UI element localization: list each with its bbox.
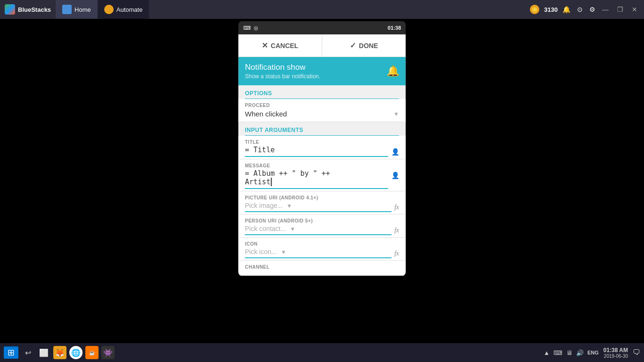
monitor-tray-icon: 🖥	[566, 349, 572, 356]
picture-fx-icon[interactable]: fx	[394, 204, 399, 211]
notification-taskbar-icon[interactable]: 🗨	[633, 348, 640, 357]
home-icon	[62, 5, 72, 14]
phone-frame: ⌨ ◎ 01:38 ✕ CANCEL ✓ DONE Notifi	[239, 21, 406, 276]
taskbar-firefox-icon[interactable]: 🦊	[53, 346, 66, 359]
person-field[interactable]: PERSON URI (ANDROID 5+) Pick contact... …	[239, 214, 406, 238]
title-person-icon: 👤	[391, 148, 399, 156]
picture-label: PICTURE URI (ANDROID 4.1+)	[245, 195, 392, 200]
person-value: Pick contact... ▼	[245, 224, 392, 235]
picture-input-area: PICTURE URI (ANDROID 4.1+) Pick image...…	[245, 195, 392, 212]
taskbar-chrome-icon[interactable]: 🌐	[69, 346, 83, 359]
icon-input-area: ICON Pick icon... ▼	[245, 241, 392, 258]
person-placeholder: Pick contact...	[245, 225, 286, 232]
icon-fx-icon[interactable]: fx	[394, 250, 399, 257]
message-row: MESSAGE = Album ++ " by " ++ Artist 👤	[245, 163, 399, 189]
dialog-header-text: Notification show Show a status bar noti…	[245, 63, 321, 80]
bluestacks-icon	[5, 4, 15, 15]
clock-date: 2019-06-30	[603, 354, 628, 359]
person-label: PERSON URI (ANDROID 5+)	[245, 218, 392, 223]
volume-icon[interactable]: 🔊	[576, 349, 584, 356]
titlebar-system-icons: 🔔 ⊙ ⚙	[562, 6, 595, 13]
bell-icon[interactable]: 🔔	[562, 6, 570, 13]
message-value[interactable]: = Album ++ " by " ++ Artist	[245, 169, 388, 189]
cancel-x-icon: ✕	[262, 41, 268, 50]
picture-row: PICTURE URI (ANDROID 4.1+) Pick image...…	[245, 195, 399, 212]
circle-status-icon: ◎	[254, 25, 258, 31]
channel-field: CHANNEL	[239, 261, 406, 276]
dialog-subtitle: Show a status bar notification.	[245, 73, 321, 80]
tab-home-label: Home	[74, 6, 91, 13]
minimize-button[interactable]: —	[600, 6, 611, 13]
proceed-value: When clicked ▼	[245, 110, 399, 118]
main-area: ⌨ ◎ 01:38 ✕ CANCEL ✓ DONE Notifi	[0, 19, 644, 343]
person-fx-icon[interactable]: fx	[394, 227, 399, 234]
start-button[interactable]: ⊞	[4, 346, 18, 359]
message-field[interactable]: MESSAGE = Album ++ " by " ++ Artist 👤	[239, 159, 406, 191]
icon-label: ICON	[245, 241, 392, 247]
status-left: ⌨ ◎	[243, 25, 258, 31]
taskbar-system-tray: ▲ ⌨ 🖥 🔊 ENG	[544, 349, 599, 356]
options-section-label: OPTIONS	[239, 85, 406, 99]
taskbar-back-icon[interactable]: ↩	[21, 346, 34, 359]
dialog-header: Notification show Show a status bar noti…	[239, 57, 406, 85]
title-value[interactable]: = Title	[245, 146, 388, 157]
message-line1: = Album ++ " by " ++	[245, 169, 330, 178]
tab-home[interactable]: Home	[56, 0, 98, 19]
keyboard-tray-icon: ⌨	[553, 349, 562, 356]
done-button[interactable]: ✓ DONE	[322, 34, 406, 57]
title-field[interactable]: TITLE = Title 👤	[239, 136, 406, 159]
keyboard-icon: ⌨	[243, 25, 251, 31]
message-label: MESSAGE	[245, 163, 388, 168]
title-input-area: TITLE = Title	[245, 140, 388, 157]
app-name: BlueStacks	[18, 6, 51, 13]
cancel-label: CANCEL	[271, 42, 298, 49]
automate-icon	[104, 5, 114, 14]
message-person-icon: 👤	[391, 172, 399, 179]
coin-count: 3130	[544, 6, 558, 13]
icon-value: Pick icon... ▼	[245, 247, 392, 258]
tray-arrow-icon[interactable]: ▲	[544, 349, 550, 356]
gear-icon[interactable]: ⚙	[589, 6, 595, 13]
message-input-area: MESSAGE = Album ++ " by " ++ Artist	[245, 163, 388, 189]
picture-field[interactable]: PICTURE URI (ANDROID 4.1+) Pick image...…	[239, 191, 406, 214]
coin-icon: 🪙	[530, 5, 539, 14]
taskbar-right: ▲ ⌨ 🖥 🔊 ENG 01:38 AM 2019-06-30 🗨	[544, 347, 640, 359]
lang-badge: ENG	[587, 350, 599, 355]
input-args-section-label: INPUT ARGUMENTS	[239, 122, 406, 135]
title-row: TITLE = Title 👤	[245, 140, 399, 157]
icon-placeholder: Pick icon...	[245, 248, 277, 255]
titlebar-right: 🪙 3130 🔔 ⊙ ⚙ — ❐ ✕	[530, 5, 644, 14]
picture-placeholder: Pick image...	[245, 202, 283, 209]
dialog-title: Notification show	[245, 63, 321, 72]
taskbar: ⊞ ↩ ⬜ 🦊 🌐 ☕ 👾 ▲ ⌨ 🖥 🔊 ENG 01:38 AM 2019-…	[0, 343, 644, 362]
icon-row: ICON Pick icon... ▼ fx	[245, 241, 399, 258]
taskbar-game-icon[interactable]: 👾	[101, 346, 115, 359]
cancel-button[interactable]: ✕ CANCEL	[239, 34, 322, 57]
done-check-icon: ✓	[350, 41, 356, 50]
dialog-content: OPTIONS PROCEED When clicked ▼ INPUT ARG…	[239, 85, 406, 276]
status-time: 01:38	[388, 25, 401, 31]
close-button[interactable]: ✕	[630, 6, 639, 13]
person-input-area: PERSON URI (ANDROID 5+) Pick contact... …	[245, 218, 392, 235]
circle-icon[interactable]: ⊙	[577, 6, 583, 13]
restore-button[interactable]: ❐	[615, 6, 625, 13]
picture-arrow-icon: ▼	[287, 203, 292, 209]
title-label: TITLE	[245, 140, 388, 145]
taskbar-clock: 01:38 AM 2019-06-30	[603, 347, 628, 359]
proceed-field[interactable]: PROCEED When clicked ▼	[239, 99, 406, 122]
person-row: PERSON URI (ANDROID 5+) Pick contact... …	[245, 218, 399, 235]
proceed-text: When clicked	[245, 110, 287, 118]
action-bar: ✕ CANCEL ✓ DONE	[239, 34, 406, 57]
status-bar: ⌨ ◎ 01:38	[239, 21, 406, 34]
tab-automate[interactable]: Automate	[98, 0, 149, 19]
taskbar-java-icon[interactable]: ☕	[85, 346, 99, 359]
done-label: DONE	[359, 42, 378, 49]
clock-time: 01:38 AM	[603, 347, 628, 354]
channel-label: CHANNEL	[245, 264, 399, 270]
icon-arrow-icon: ▼	[281, 249, 286, 255]
taskbar-desktop-icon[interactable]: ⬜	[37, 346, 50, 359]
icon-field[interactable]: ICON Pick icon... ▼ fx	[239, 238, 406, 261]
tab-automate-label: Automate	[116, 6, 143, 13]
proceed-arrow-icon: ▼	[394, 111, 399, 117]
dialog: ✕ CANCEL ✓ DONE Notification show Show a…	[239, 34, 406, 276]
